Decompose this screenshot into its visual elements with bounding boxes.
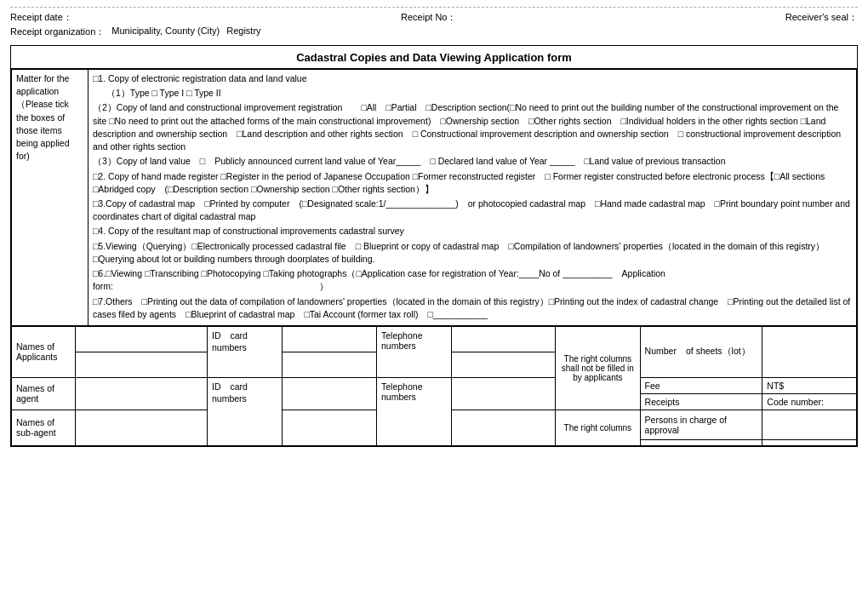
code-number-value: Code number: — [762, 393, 857, 410]
item-9: □7.Others □Printing out the data of comp… — [93, 295, 852, 321]
applicant-tel-2[interactable] — [452, 352, 556, 377]
names-of-applicants-label: Names of Applicants — [12, 326, 76, 377]
applicant-name-2[interactable] — [76, 352, 208, 377]
matter-table: Matter for the application（Please tick t… — [11, 69, 857, 326]
telephone-numbers-label-2: Telephone numbers — [377, 377, 452, 445]
receipts-label: Receipts — [640, 393, 762, 410]
the-right-columns-label: The right columns — [556, 410, 641, 445]
item-5: □3.Copy of cadastral map □Printed by com… — [93, 198, 852, 223]
names-of-sub-agent-label: Names of sub-agent — [12, 410, 76, 445]
item-2: （2）Copy of land and constructional impro… — [93, 101, 852, 153]
sub-agent-name-value[interactable] — [76, 410, 208, 445]
agent-name-value[interactable] — [76, 377, 208, 410]
applicant-id-1[interactable] — [283, 326, 377, 352]
item-3: （3）Copy of land value □ Publicly announc… — [93, 155, 852, 168]
names-of-agent-label: Names of agent — [12, 377, 76, 410]
item-8: □6.□Viewing □Transcribing □Photocopying … — [93, 267, 852, 293]
sub-agent-id-value[interactable] — [283, 410, 377, 445]
receipt-org-label: Receipt organization： — [10, 26, 105, 38]
matter-row: Matter for the application（Please tick t… — [12, 70, 857, 326]
fee-row: Names of agent ID card numbers Telephone… — [12, 377, 857, 393]
form-title: Cadastral Copies and Data Viewing Applic… — [11, 46, 857, 69]
sub-agent-tel-value[interactable] — [452, 410, 556, 445]
persons-in-charge-label: Persons in charge of approval — [640, 410, 762, 439]
top-info: Receipt date： Receipt No： Receiver's sea… — [10, 7, 858, 42]
item-4: □2. Copy of hand made register □Register… — [93, 170, 852, 196]
receipt-date-label: Receipt date： — [10, 11, 72, 24]
main-form: Cadastral Copies and Data Viewing Applic… — [10, 45, 858, 447]
item-6: □4. Copy of the resultant map of constru… — [93, 225, 852, 238]
receivers-seal-label: Receiver's seal： — [785, 11, 858, 24]
agent-id-value[interactable] — [283, 377, 377, 410]
id-card-numbers-label-2: ID card numbers — [207, 377, 282, 445]
telephone-numbers-label-1: Telephone numbers — [377, 326, 452, 377]
extra-cell2 — [762, 439, 857, 445]
item-type: （1）Type □ Type I □ Type II — [93, 87, 852, 100]
page: Receipt date： Receipt No： Receiver's sea… — [0, 0, 868, 454]
applicant-id-2[interactable] — [283, 352, 377, 377]
number-of-sheets-value[interactable] — [762, 326, 857, 377]
persons-in-charge-value[interactable] — [762, 410, 857, 439]
fee-label: Fee — [640, 377, 762, 393]
municipality: Municipality, County (City) — [111, 26, 220, 38]
number-of-sheets-label: Number of sheets（lot） — [640, 326, 762, 377]
right-columns-note: The right columns shall not be filled in… — [556, 326, 641, 410]
applicants-row1: Names of Applicants ID card numbers Tele… — [12, 326, 857, 352]
applicants-table: Names of Applicants ID card numbers Tele… — [11, 326, 857, 446]
top-row2: Receipt organization： Municipality, Coun… — [10, 26, 858, 38]
item-1: □1. Copy of electronic registration data… — [93, 72, 852, 85]
item-7: □5.Viewing（Querying）□Electronically proc… — [93, 240, 852, 266]
matter-label: Matter for the application（Please tick t… — [16, 73, 69, 161]
top-row1: Receipt date： Receipt No： Receiver's sea… — [10, 11, 858, 24]
receipt-no-label: Receipt No： — [401, 11, 456, 24]
registry: Registry — [226, 26, 260, 38]
extra-cell — [640, 439, 762, 445]
applicant-tel-1[interactable] — [452, 326, 556, 352]
agent-tel-value[interactable] — [452, 377, 556, 410]
nts-value: NT$ — [762, 377, 857, 393]
applicant-name-1[interactable] — [76, 326, 208, 352]
id-card-numbers-label-1: ID card numbers — [207, 326, 282, 377]
